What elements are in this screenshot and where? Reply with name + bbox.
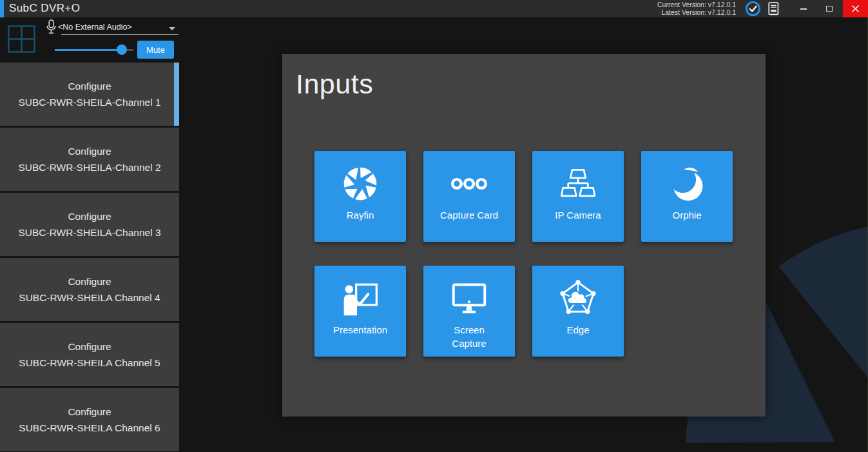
log-button[interactable] [765, 0, 782, 17]
channel-item-4[interactable]: Configure SUBC-RWR-SHEILA Channel 4 [0, 258, 179, 321]
maximize-icon [826, 6, 833, 12]
channel-item-5[interactable]: Configure SUBC-RWR-SHEILA Channel 5 [0, 323, 179, 386]
channel-name-label: SUBC-RWR-SHEILA Channel 5 [19, 357, 160, 369]
tile-orphie[interactable]: Orphie [641, 151, 733, 242]
presenter-board-icon [342, 281, 379, 316]
audio-device-underline [61, 34, 178, 35]
monitor-icon [451, 282, 487, 315]
channel-item-2[interactable]: Configure SUBC-RWR-SHEILA-Channel 2 [0, 128, 179, 191]
grid-layout-icon[interactable] [8, 25, 35, 53]
tile-label: IP Camera [555, 208, 601, 222]
volume-slider[interactable] [55, 44, 133, 55]
minimize-button[interactable] [793, 0, 815, 17]
channel-name-label: SUBC-RWR-SHEILA Channel 6 [19, 422, 160, 434]
channel-item-6[interactable]: Configure SUBC-RWR-SHEILA Channel 6 [0, 388, 179, 451]
channel-action-label: Configure [68, 276, 111, 288]
latest-version-label: Latest Version: v7.12.0.1 [657, 9, 736, 17]
microphone-icon [46, 19, 56, 35]
channel-sidebar: Configure SUBC-RWR-SHEILA-Channel 1 Conf… [0, 63, 179, 452]
channel-name-label: SUBC-RWR-SHEILA-Channel 1 [18, 97, 160, 108]
volume-slider-thumb[interactable] [117, 44, 127, 55]
app-window: SubC DVR+O Current Version: v7.12.0.1 La… [0, 0, 868, 452]
current-version-label: Current Version: v7.12.0.1 [657, 1, 736, 9]
maximize-button[interactable] [818, 0, 840, 17]
titlebar: SubC DVR+O Current Version: v7.12.0.1 La… [0, 0, 868, 17]
tile-label: Capture Card [440, 208, 498, 222]
tile-label: Edge [566, 323, 589, 337]
pentagon-cloud-icon [558, 280, 598, 317]
audio-controls: <No External Audio> Mute [0, 17, 193, 63]
tile-label: Presentation [333, 323, 387, 337]
channel-action-label: Configure [68, 211, 111, 222]
mute-button[interactable]: Mute [137, 41, 174, 59]
accent-stripe [0, 0, 4, 17]
tile-label: Rayfin [347, 208, 374, 222]
tile-edge[interactable]: Edge [532, 266, 624, 357]
update-ok-check-icon [745, 1, 761, 17]
channel-action-label: Configure [68, 81, 111, 92]
channel-action-label: Configure [68, 146, 111, 157]
app-title: SubC DVR+O [9, 0, 80, 17]
tile-rayfin[interactable]: Rayfin [314, 151, 406, 242]
channel-name-label: SUBC-RWR-SHEILA-Channel 2 [18, 162, 160, 173]
chevron-down-icon[interactable] [169, 27, 175, 30]
audio-device-select[interactable]: <No External Audio> [58, 23, 164, 32]
tile-ip-camera[interactable]: IP Camera [532, 151, 624, 242]
channel-item-1[interactable]: Configure SUBC-RWR-SHEILA-Channel 1 [0, 63, 179, 126]
channel-name-label: SUBC-RWR-SHEILA Channel 4 [19, 292, 160, 304]
channel-item-3[interactable]: Configure SUBC-RWR-SHEILA-Channel 3 [0, 193, 179, 256]
close-icon [852, 5, 859, 12]
channel-action-label: Configure [68, 406, 111, 418]
aperture-icon [343, 166, 378, 201]
input-tiles-grid: Rayfin Capture Card [314, 151, 733, 357]
three-circles-icon [450, 177, 488, 191]
version-info: Current Version: v7.12.0.1 Latest Versio… [657, 1, 736, 16]
update-status-button[interactable] [743, 0, 762, 17]
tile-capture-card[interactable]: Capture Card [423, 151, 515, 242]
tile-label: Orphie [672, 208, 701, 222]
inputs-panel: Inputs [282, 54, 766, 417]
crescent-icon [668, 165, 706, 202]
tile-presentation[interactable]: Presentation [314, 266, 406, 357]
log-book-icon [768, 2, 779, 15]
minimize-icon [800, 8, 807, 10]
page-title: Inputs [296, 68, 373, 100]
active-channel-indicator [174, 63, 179, 126]
channel-name-label: SUBC-RWR-SHEILA-Channel 3 [18, 227, 160, 239]
network-monitors-icon [561, 168, 595, 200]
close-button[interactable] [843, 0, 868, 17]
tile-screen-capture[interactable]: Screen Capture [423, 266, 515, 357]
channel-action-label: Configure [68, 341, 111, 353]
tile-label: Screen Capture [446, 323, 492, 350]
volume-slider-fill [55, 49, 122, 51]
